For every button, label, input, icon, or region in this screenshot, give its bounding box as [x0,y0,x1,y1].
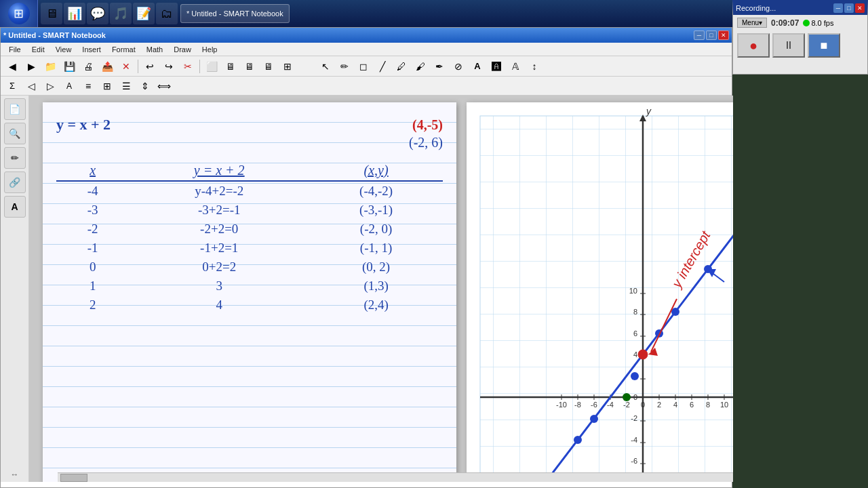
table-row: -1 -1+2=1 (-1, 1) [56,239,443,258]
toolbar-pen2[interactable]: 🖊 [393,58,410,75]
close-button[interactable]: ✕ [718,30,729,40]
cell-x: 1 [56,277,129,296]
active-app-button[interactable]: * Untitled - SMART Notebook [180,4,290,23]
taskbar-icon-6[interactable]: 🗂 [156,3,178,24]
tb2-left[interactable]: ◁ [22,78,40,94]
toolbar-textbox[interactable]: 🅰 [488,58,505,75]
toolbar-screen3[interactable]: 🖥 [260,58,277,75]
toolbar-marker[interactable]: ✒ [431,58,448,75]
start-button[interactable]: ⊞ [0,0,38,27]
tb2-right[interactable]: ▷ [41,78,59,94]
minimize-button[interactable]: ─ [694,30,705,40]
toolbar-export[interactable]: 📤 [98,58,116,75]
tb2-sigma[interactable]: Σ [3,78,21,94]
fps-indicator [803,20,810,26]
notebook-page: y = x + 2 (4,-5) (-2, 6) x y = x + 2 (x,… [43,102,456,482]
toolbar-undo[interactable]: ↩ [141,58,159,75]
record-pause-button[interactable]: ⏸ [772,33,805,58]
toolbar-shape[interactable]: ⬜ [203,58,220,75]
toolbar-cut[interactable]: ✂ [179,58,197,75]
toolbar-text[interactable]: A [469,58,486,75]
toolbar-pen[interactable]: ✏ [336,58,353,75]
menu-file[interactable]: File [3,43,26,56]
menu-format[interactable]: Format [106,43,141,56]
taskbar-icon-1[interactable]: 🖥 [41,3,62,24]
app-title-label: * Untitled - SMART Notebook [186,9,283,18]
toolbar-eraser[interactable]: ◻ [355,58,372,75]
tb2-move[interactable]: ⇕ [136,78,154,94]
toolbar-screen2[interactable]: 🖥 [241,58,258,75]
tb2-list[interactable]: ☰ [117,78,135,94]
taskbar-icon-5[interactable]: 📝 [133,3,155,24]
recording-maximize[interactable]: □ [844,3,854,13]
toolbar-redo[interactable]: ↪ [160,58,178,75]
svg-text:-2: -2 [623,401,630,409]
svg-text:8: 8 [706,401,710,409]
cell-pt: (2,4) [309,296,443,314]
table-row: -2 -2+2=0 (-2, 0) [56,220,443,239]
recording-menu[interactable]: Menu▾ [737,18,767,28]
menu-help[interactable]: Help [197,43,223,56]
tb2-sort[interactable]: ≡ [79,78,97,94]
col-header-x: x [56,161,129,181]
menu-draw[interactable]: Draw [168,43,197,56]
secondary-toolbar: Σ ◁ ▷ A ≡ ⊞ ☰ ⇕ ⟺ [1,77,732,96]
toolbar-screen[interactable]: 🖥 [222,58,239,75]
record-stop-button[interactable]: ● [737,33,770,58]
recording-minimize[interactable]: ─ [833,3,843,13]
cell-x: -3 [56,201,129,220]
toolbar-line[interactable]: ╱ [374,58,391,75]
tb2-grid[interactable]: ⊞ [98,78,116,94]
taskbar-icon-3[interactable]: 💬 [87,3,108,24]
sidebar-pages[interactable]: 📄 [4,98,26,120]
main-toolbar: ◀ ▶ 📁 💾 🖨 📤 ✕ ↩ ↪ ✂ ⬜ 🖥 🖥 🖥 ⊞ ↖ ✏ ◻ ╱ 🖊 … [1,56,732,77]
toolbar-highlight[interactable]: 🖌 [412,58,429,75]
toolbar-table[interactable]: ⊞ [279,58,296,75]
toolbar-delete[interactable]: ✕ [117,58,135,75]
cell-eq: 0+2=2 [129,258,309,277]
toolbar-back[interactable]: ◀ [3,58,21,75]
recording-close[interactable]: ✕ [855,3,865,13]
menu-bar: File Edit View Insert Format Math Draw H… [1,43,732,56]
menu-insert[interactable]: Insert [77,43,106,56]
menu-view[interactable]: View [50,43,77,56]
recording-buttons: ● ⏸ ■ [733,30,867,60]
cell-pt: (-1, 1) [309,239,443,258]
recording-titlebar: Recording... ─ □ ✕ [733,1,867,15]
tb2-arrows[interactable]: ⟺ [155,78,173,94]
sidebar-gallery[interactable]: ✏ [4,147,26,169]
toolbar-select[interactable]: ↖ [317,58,334,75]
menu-edit[interactable]: Edit [26,43,50,56]
toolbar-open[interactable]: 📁 [41,58,59,75]
cell-x: -4 [56,181,129,201]
toolbar-eraser2[interactable]: ⊘ [450,58,467,75]
recording-title: Recording... [736,4,776,12]
toolbar-forward[interactable]: ▶ [22,58,40,75]
svg-text:0: 0 [633,393,637,401]
sidebar-arrow[interactable]: ↔ [11,470,19,479]
y-axis-label: y [646,106,652,117]
toolbar-up[interactable]: ↕ [526,58,543,75]
sidebar-search[interactable]: 🔍 [4,123,26,144]
scroll-thumb[interactable] [60,474,87,482]
record-stop2-button[interactable]: ■ [808,33,840,58]
sidebar-links[interactable]: 🔗 [4,171,26,193]
sidebar-fonts[interactable]: A [4,196,26,218]
toolbar-shapes[interactable]: 𝔸 [507,58,524,75]
svg-rect-1 [480,116,733,482]
point-1: (4,-5) [412,117,443,133]
cell-pt: (-4,-2) [309,181,443,201]
toolbar-print[interactable]: 🖨 [79,58,97,75]
toolbar-separator-2 [199,60,200,73]
taskbar-icon-2[interactable]: 📊 [64,3,85,24]
left-sidebar: 📄 🔍 ✏ 🔗 A ↔ [1,96,29,482]
tb2-a[interactable]: A [60,78,78,94]
windows-orb[interactable]: ⊞ [8,3,30,24]
taskbar-icon-4[interactable]: 🎵 [110,3,132,24]
content-area: y = x + 2 (4,-5) (-2, 6) x y = x + 2 (x,… [29,96,733,482]
menu-math[interactable]: Math [141,43,168,56]
cell-x: 2 [56,296,129,314]
maximize-button[interactable]: □ [706,30,717,40]
horizontal-scrollbar[interactable] [58,472,733,482]
toolbar-save[interactable]: 💾 [60,58,78,75]
